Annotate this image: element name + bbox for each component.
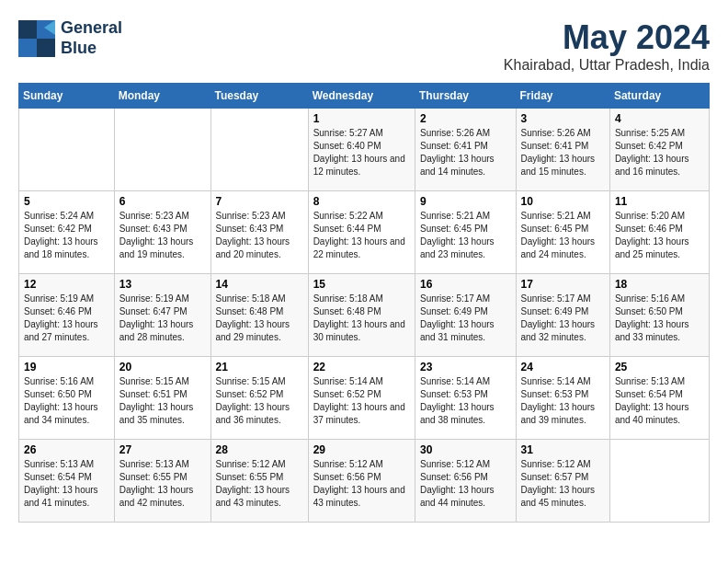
- day-number: 17: [521, 278, 605, 291]
- day-info: Sunrise: 5:26 AMSunset: 6:41 PMDaylight:…: [521, 128, 596, 177]
- calendar-cell: 23Sunrise: 5:14 AMSunset: 6:53 PMDayligh…: [415, 357, 516, 440]
- title-area: May 2024 Khairabad, Uttar Pradesh, India: [504, 18, 710, 74]
- calendar-cell: [210, 109, 308, 191]
- header-sunday: Sunday: [19, 84, 115, 109]
- day-number: 27: [119, 443, 206, 456]
- calendar-week-row: 5Sunrise: 5:24 AMSunset: 6:42 PMDaylight…: [19, 191, 710, 274]
- day-info: Sunrise: 5:25 AMSunset: 6:42 PMDaylight:…: [615, 128, 689, 177]
- calendar-cell: 10Sunrise: 5:21 AMSunset: 6:45 PMDayligh…: [516, 191, 609, 274]
- calendar-cell: 8Sunrise: 5:22 AMSunset: 6:44 PMDaylight…: [308, 191, 415, 274]
- header-tuesday: Tuesday: [210, 84, 308, 109]
- day-info: Sunrise: 5:13 AMSunset: 6:54 PMDaylight:…: [615, 376, 689, 425]
- calendar-cell: 25Sunrise: 5:13 AMSunset: 6:54 PMDayligh…: [609, 357, 709, 440]
- day-info: Sunrise: 5:12 AMSunset: 6:56 PMDaylight:…: [420, 459, 495, 508]
- day-info: Sunrise: 5:17 AMSunset: 6:49 PMDaylight:…: [521, 293, 596, 342]
- calendar-cell: 4Sunrise: 5:25 AMSunset: 6:42 PMDaylight…: [609, 109, 709, 191]
- calendar-week-row: 1Sunrise: 5:27 AMSunset: 6:40 PMDaylight…: [19, 109, 710, 191]
- day-number: 6: [119, 195, 206, 208]
- day-info: Sunrise: 5:19 AMSunset: 6:46 PMDaylight:…: [24, 293, 98, 342]
- day-number: 25: [615, 361, 704, 373]
- day-info: Sunrise: 5:13 AMSunset: 6:55 PMDaylight:…: [119, 459, 194, 508]
- calendar-table: Sunday Monday Tuesday Wednesday Thursday…: [18, 83, 710, 523]
- day-number: 3: [521, 112, 605, 125]
- logo-text: General Blue: [61, 18, 122, 58]
- day-number: 1: [313, 112, 410, 125]
- day-number: 10: [521, 195, 605, 208]
- calendar-cell: 29Sunrise: 5:12 AMSunset: 6:56 PMDayligh…: [308, 440, 415, 523]
- day-info: Sunrise: 5:21 AMSunset: 6:45 PMDaylight:…: [521, 211, 596, 259]
- calendar-cell: 14Sunrise: 5:18 AMSunset: 6:48 PMDayligh…: [210, 274, 308, 357]
- svg-rect-3: [37, 39, 55, 57]
- calendar-cell: 27Sunrise: 5:13 AMSunset: 6:55 PMDayligh…: [114, 440, 210, 523]
- day-number: 19: [24, 361, 109, 373]
- calendar-cell: 1Sunrise: 5:27 AMSunset: 6:40 PMDaylight…: [308, 109, 415, 191]
- day-number: 21: [216, 361, 303, 373]
- day-number: 28: [216, 443, 303, 456]
- day-number: 15: [313, 278, 410, 291]
- day-info: Sunrise: 5:24 AMSunset: 6:42 PMDaylight:…: [24, 211, 98, 259]
- logo: General Blue: [18, 18, 122, 58]
- calendar-week-row: 26Sunrise: 5:13 AMSunset: 6:54 PMDayligh…: [19, 440, 710, 523]
- day-info: Sunrise: 5:14 AMSunset: 6:53 PMDaylight:…: [420, 376, 495, 425]
- calendar-body: 1Sunrise: 5:27 AMSunset: 6:40 PMDaylight…: [19, 109, 710, 523]
- calendar-cell: 11Sunrise: 5:20 AMSunset: 6:46 PMDayligh…: [609, 191, 709, 274]
- day-info: Sunrise: 5:16 AMSunset: 6:50 PMDaylight:…: [615, 293, 689, 342]
- day-info: Sunrise: 5:15 AMSunset: 6:52 PMDaylight:…: [216, 376, 290, 425]
- day-number: 7: [216, 195, 303, 208]
- page-header: General Blue May 2024 Khairabad, Uttar P…: [18, 18, 710, 74]
- day-number: 23: [420, 361, 511, 373]
- calendar-cell: 30Sunrise: 5:12 AMSunset: 6:56 PMDayligh…: [415, 440, 516, 523]
- day-number: 13: [119, 278, 206, 291]
- calendar-cell: 5Sunrise: 5:24 AMSunset: 6:42 PMDaylight…: [19, 191, 115, 274]
- day-info: Sunrise: 5:13 AMSunset: 6:54 PMDaylight:…: [24, 459, 98, 508]
- day-info: Sunrise: 5:16 AMSunset: 6:50 PMDaylight:…: [24, 376, 98, 425]
- day-info: Sunrise: 5:26 AMSunset: 6:41 PMDaylight:…: [420, 128, 495, 177]
- day-info: Sunrise: 5:18 AMSunset: 6:48 PMDaylight:…: [313, 293, 405, 342]
- day-info: Sunrise: 5:14 AMSunset: 6:53 PMDaylight:…: [521, 376, 596, 425]
- calendar-cell: 18Sunrise: 5:16 AMSunset: 6:50 PMDayligh…: [609, 274, 709, 357]
- day-info: Sunrise: 5:23 AMSunset: 6:43 PMDaylight:…: [216, 211, 290, 259]
- calendar-cell: 24Sunrise: 5:14 AMSunset: 6:53 PMDayligh…: [516, 357, 609, 440]
- day-info: Sunrise: 5:17 AMSunset: 6:49 PMDaylight:…: [420, 293, 495, 342]
- sub-title: Khairabad, Uttar Pradesh, India: [504, 57, 710, 74]
- header-monday: Monday: [114, 84, 210, 109]
- day-number: 14: [216, 278, 303, 291]
- day-number: 2: [420, 112, 511, 125]
- calendar-week-row: 19Sunrise: 5:16 AMSunset: 6:50 PMDayligh…: [19, 357, 710, 440]
- calendar-header: Sunday Monday Tuesday Wednesday Thursday…: [19, 84, 710, 109]
- day-number: 11: [615, 195, 704, 208]
- day-info: Sunrise: 5:27 AMSunset: 6:40 PMDaylight:…: [313, 128, 405, 177]
- day-number: 30: [420, 443, 511, 456]
- day-number: 18: [615, 278, 704, 291]
- day-info: Sunrise: 5:14 AMSunset: 6:52 PMDaylight:…: [313, 376, 405, 425]
- weekday-header-row: Sunday Monday Tuesday Wednesday Thursday…: [19, 84, 710, 109]
- calendar-cell: 6Sunrise: 5:23 AMSunset: 6:43 PMDaylight…: [114, 191, 210, 274]
- calendar-cell: 26Sunrise: 5:13 AMSunset: 6:54 PMDayligh…: [19, 440, 115, 523]
- calendar-cell: [19, 109, 115, 191]
- day-info: Sunrise: 5:12 AMSunset: 6:55 PMDaylight:…: [216, 459, 290, 508]
- day-info: Sunrise: 5:19 AMSunset: 6:47 PMDaylight:…: [119, 293, 194, 342]
- calendar-cell: [114, 109, 210, 191]
- calendar-cell: 19Sunrise: 5:16 AMSunset: 6:50 PMDayligh…: [19, 357, 115, 440]
- calendar-cell: 16Sunrise: 5:17 AMSunset: 6:49 PMDayligh…: [415, 274, 516, 357]
- svg-rect-2: [18, 39, 37, 57]
- day-number: 24: [521, 361, 605, 373]
- day-number: 20: [119, 361, 206, 373]
- calendar-cell: 28Sunrise: 5:12 AMSunset: 6:55 PMDayligh…: [210, 440, 308, 523]
- day-info: Sunrise: 5:12 AMSunset: 6:57 PMDaylight:…: [521, 459, 596, 508]
- header-friday: Friday: [516, 84, 609, 109]
- calendar-cell: 2Sunrise: 5:26 AMSunset: 6:41 PMDaylight…: [415, 109, 516, 191]
- header-thursday: Thursday: [415, 84, 516, 109]
- calendar-cell: 13Sunrise: 5:19 AMSunset: 6:47 PMDayligh…: [114, 274, 210, 357]
- main-title: May 2024: [504, 18, 710, 57]
- logo-line1: General: [61, 18, 122, 37]
- day-info: Sunrise: 5:23 AMSunset: 6:43 PMDaylight:…: [119, 211, 194, 259]
- day-number: 8: [313, 195, 410, 208]
- header-wednesday: Wednesday: [308, 84, 415, 109]
- day-number: 16: [420, 278, 511, 291]
- day-number: 22: [313, 361, 410, 373]
- calendar-cell: 7Sunrise: 5:23 AMSunset: 6:43 PMDaylight…: [210, 191, 308, 274]
- calendar-cell: 22Sunrise: 5:14 AMSunset: 6:52 PMDayligh…: [308, 357, 415, 440]
- day-number: 31: [521, 443, 605, 456]
- calendar-cell: 9Sunrise: 5:21 AMSunset: 6:45 PMDaylight…: [415, 191, 516, 274]
